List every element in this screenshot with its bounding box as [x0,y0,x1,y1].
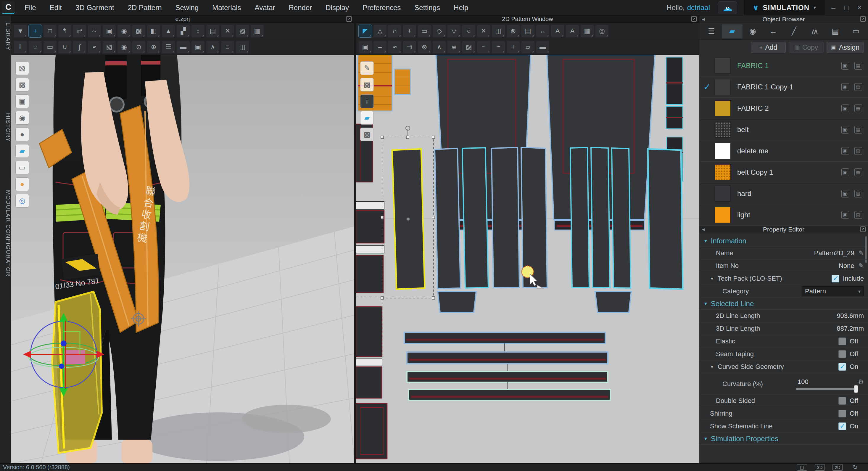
seam-taping-checkbox[interactable] [838,350,846,358]
fabric-swatch[interactable] [715,100,731,116]
show-avatar-2d-icon[interactable]: ◎ [595,25,609,37]
guide-icon[interactable]: + [507,41,520,53]
buttonhole-icon[interactable]: ⊙ [132,41,145,53]
menu-item[interactable]: File [18,0,43,16]
fabric-swatch[interactable] [715,164,731,180]
strip-icon[interactable]: ▬ [536,41,549,53]
measure-icon[interactable]: ↔ [536,25,549,37]
zipper-tab-icon[interactable]: ← [763,24,784,38]
trace-icon[interactable]: ◫ [492,25,505,37]
fabric-options-icon[interactable]: ▤ [855,83,862,91]
transform-pattern-icon[interactable]: ◤ [359,25,372,37]
fabric-options-icon[interactable]: ▤ [855,62,862,69]
sew-free-icon[interactable]: ∫ [73,41,86,53]
show-environment-icon[interactable]: ◎ [16,194,29,208]
fabric-row[interactable]: ✓ FABRIC 1 Copy 1 ▣ ▤ [699,77,868,98]
tab-library[interactable]: LIBRARY [0,20,11,54]
menu-item[interactable]: Sewing [168,0,206,16]
show-stitch-icon[interactable]: ▧ [103,41,116,53]
fabric-save-icon[interactable]: ▣ [841,83,849,91]
menu-item[interactable]: Materials [206,0,248,16]
sew-segment-icon[interactable]: ∪ [58,41,71,53]
popout-property-editor-icon[interactable]: ↗ [860,227,866,232]
fabric-options-icon[interactable]: ▤ [855,147,862,155]
viewport-2d-canvas[interactable]: ✎ ▩ i ▰ ▩ [356,55,699,463]
close-button[interactable]: × [857,4,862,12]
menu-item[interactable]: Edit [43,0,69,16]
circle-icon[interactable]: ○ [462,25,475,37]
steam-icon[interactable]: ≡ [221,41,234,53]
sync-view-icon[interactable]: ↻ [850,464,860,471]
panel-divider[interactable] [354,16,356,463]
popout-3d-icon[interactable]: ↗ [346,16,351,22]
scissors-icon[interactable]: ✕ [221,25,234,37]
assign-button[interactable]: ▣Assign [827,42,864,53]
sewing-machine-icon[interactable]: ▣ [103,25,116,37]
fabric-row[interactable]: ✓ hard ▣ ▤ [699,183,868,204]
select-box-icon[interactable]: □ [43,25,57,37]
fabric-save-icon[interactable]: ▣ [841,211,849,219]
collapse-property-editor-icon[interactable]: ◄ [701,227,706,232]
garment-reset-icon[interactable]: ▩ [132,25,145,37]
annotation-icon[interactable]: A [566,25,579,37]
text-tool-icon[interactable]: A [551,25,564,37]
fabric-row[interactable]: ✓ FABRIC 2 ▣ ▤ [699,98,868,119]
dart-icon[interactable]: ▽ [447,25,461,37]
stitch-tab-icon[interactable]: ʍ [804,24,825,38]
edit-pattern-icon[interactable]: △ [373,25,386,37]
menu-item[interactable]: 2D Pattern [121,0,169,16]
button-tab-icon[interactable]: ◉ [743,24,763,38]
show-fabric-icon[interactable]: ▰ [16,144,29,158]
curved-side-checkbox[interactable] [838,363,846,371]
shirring-checkbox[interactable] [838,410,846,417]
shirring-tool-icon[interactable]: ʍ [447,41,461,53]
username-link[interactable]: dctriaal [687,4,710,12]
zipper-icon[interactable]: ☰ [162,41,175,53]
edit-texture-icon[interactable]: ▨ [236,25,249,37]
button-icon[interactable]: ◉ [118,41,130,53]
show-fit-icon[interactable]: ▩ [360,127,374,141]
seam-measure-icon[interactable]: ▤ [522,25,534,37]
viewport-3d-canvas[interactable]: 聯合收割機 01/33 No 781 [11,55,354,463]
menu-item[interactable]: 3D Garment [69,0,121,16]
move-pattern-icon[interactable]: ↰ [58,25,71,37]
rectangle-icon[interactable]: ▭ [418,25,431,37]
popout-object-browser-icon[interactable]: ↗ [860,16,866,22]
sewing-machine-2d-icon[interactable]: ▣ [359,41,372,53]
fabric-swatch[interactable] [715,79,731,95]
edit-name-icon[interactable]: ✎ [859,249,864,257]
show-garment-2d-icon[interactable]: ▩ [360,78,374,91]
curvature-slider[interactable] [796,388,858,390]
show-sketch-icon[interactable]: ✎ [360,61,374,75]
pause-walk-icon[interactable]: ‖ [14,41,27,53]
show-avatar-icon[interactable]: ● [16,127,29,141]
fabric-swatch[interactable] [715,186,731,202]
grading-icon[interactable]: ▦ [581,25,594,37]
arrangement-icon[interactable]: ◧ [147,25,160,37]
scene-list-tab-icon[interactable]: ☰ [701,24,722,38]
simulate-icon[interactable]: ▼ [14,25,27,37]
translate-pattern-icon[interactable]: ⇄ [73,25,86,37]
category-select[interactable]: Pattern ▾ [802,286,864,296]
simulation-mode-switcher[interactable]: ∨∨ SIMULATION ▾ [744,0,825,16]
show-garment-icon[interactable]: ▩ [16,78,29,91]
include-checkbox[interactable] [832,275,839,283]
fabric-swatch[interactable] [715,58,731,74]
seam-line-icon[interactable]: ≈ [88,41,101,53]
free-sew-icon[interactable]: ≈ [388,41,401,53]
fabric-strip-icon[interactable]: ▬ [177,41,190,53]
fabric-save-icon[interactable]: ▣ [841,105,849,112]
view-3d-icon[interactable]: 3D [815,464,825,471]
menu-item[interactable]: Settings [407,0,447,16]
fabric-swatch[interactable] [715,143,731,159]
app-logo-icon[interactable]: C [2,1,15,14]
fabric-row[interactable]: ✓ FABRIC 1 ▣ ▤ [699,55,868,77]
section-selected-line[interactable]: ▼ Selected Line [699,298,868,310]
pin-icon[interactable]: ◉ [118,25,130,37]
clo-cloud-button[interactable]: ☁ C [718,1,737,14]
tab-history[interactable]: HISTORY [0,110,11,145]
section-information[interactable]: ▼ Information [699,235,868,247]
polygon-icon[interactable]: ◇ [433,25,446,37]
fabric-options-icon[interactable]: ▤ [855,105,862,112]
pattern-information-icon[interactable]: i [360,94,374,108]
